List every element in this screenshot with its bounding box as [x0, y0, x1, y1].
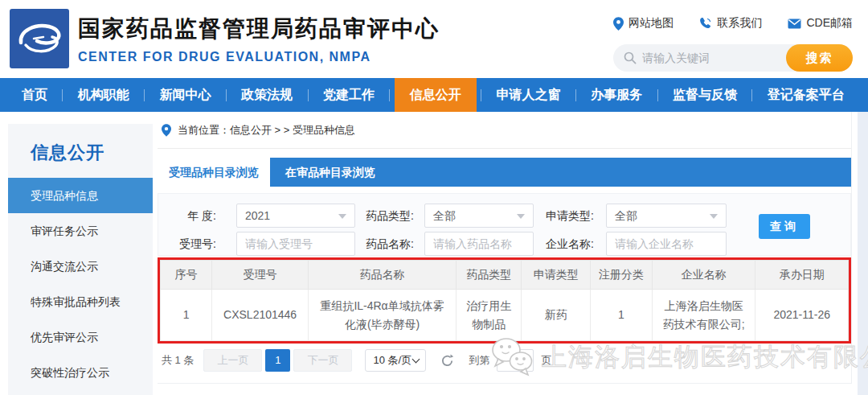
site-subtitle: CENTER FOR DRUG EVALUATION, NMPA — [78, 50, 440, 64]
sidebar: 信息公开 受理品种信息 审评任务公示 沟通交流公示 特殊审批品种列表 优先审评公… — [8, 124, 153, 395]
refresh-button[interactable] — [440, 354, 454, 368]
total-count: 共 1 条 — [162, 353, 194, 368]
page: 国家药品监督管理局药品审评中心 CENTER FOR DRUG EVALUATI… — [0, 0, 868, 395]
col-company: 企业名称 — [653, 261, 755, 290]
breadcrumb-text: 当前位置：信息公开 > > 受理品种信息 — [178, 123, 355, 138]
nav-divider — [62, 89, 63, 101]
map-pin-icon — [613, 17, 624, 31]
col-reg-class: 注册分类 — [590, 261, 652, 290]
site-title: 国家药品监督管理局药品审评中心 — [78, 14, 440, 44]
results-table: 序号 受理号 药品名称 药品类型 申请类型 注册分类 企业名称 承办日期 1 — [160, 260, 849, 341]
chevron-down-icon — [338, 214, 346, 219]
nav-item-party[interactable]: 党建工作 — [313, 78, 385, 112]
sidebar-item-breakthrough-therapy[interactable]: 突破性治疗公示 — [8, 355, 153, 390]
page-size-select[interactable]: 10 条/页 — [365, 349, 426, 372]
sidebar-item-communication[interactable]: 沟通交流公示 — [8, 249, 153, 284]
year-label: 年 度: — [162, 204, 216, 228]
col-date: 承办日期 — [755, 261, 849, 290]
pagination: 共 1 条 上一页 1 下一页 10 条/页 到第 页 — [158, 349, 851, 372]
col-drug-type: 药品类型 — [457, 261, 522, 290]
cell-apply-type: 新药 — [522, 290, 591, 341]
chevron-down-icon — [517, 214, 525, 219]
search-bar: 搜索 — [613, 44, 853, 72]
main-panel: 当前位置：信息公开 > > 受理品种信息 受理品种目录浏览 在审品种目录浏览 年… — [158, 112, 852, 384]
cell-seq: 1 — [161, 290, 212, 341]
cde-logo — [10, 9, 69, 68]
nav-item-functions[interactable]: 机构职能 — [68, 78, 140, 112]
mailbox-link[interactable]: CDE邮箱 — [788, 16, 853, 31]
cell-reg-class: 1 — [590, 290, 652, 341]
nav-item-supervision[interactable]: 监督与反馈 — [662, 78, 747, 112]
cell-acceptance-no: CXSL2101446 — [212, 290, 309, 341]
tab-accepted-catalog[interactable]: 受理品种目录浏览 — [158, 158, 270, 187]
next-page-button[interactable]: 下一页 — [293, 349, 352, 372]
table-header-row: 序号 受理号 药品名称 药品类型 申请类型 注册分类 企业名称 承办日期 — [161, 261, 849, 290]
nav-divider — [389, 89, 390, 101]
col-apply-type: 申请类型 — [522, 261, 591, 290]
nav-divider — [751, 89, 752, 101]
drug-type-select[interactable]: 全部 — [424, 204, 534, 228]
search-icon — [624, 51, 637, 64]
highlight-box: 序号 受理号 药品名称 药品类型 申请类型 注册分类 企业名称 承办日期 1 — [158, 257, 851, 344]
apply-type-select-value: 全部 — [615, 209, 637, 222]
sidebar-item-review-tasks[interactable]: 审评任务公示 — [8, 213, 153, 249]
nav-item-info-disclosure[interactable]: 信息公开 — [395, 78, 477, 112]
sidebar-item-accepted-varieties[interactable]: 受理品种信息 — [8, 178, 153, 213]
refresh-icon — [440, 354, 454, 368]
col-drug-name: 药品名称 — [309, 261, 457, 290]
main-nav: 首页 机构职能 新闻中心 政策法规 党建工作 信息公开 申请人之窗 办事服务 监… — [0, 78, 868, 112]
query-button[interactable]: 查询 — [759, 214, 810, 239]
nav-divider — [308, 89, 309, 101]
search-button[interactable]: 搜索 — [786, 44, 853, 72]
sitemap-link[interactable]: 网站地图 — [613, 16, 674, 31]
sidebar-item-priority-review[interactable]: 优先审评公示 — [8, 319, 153, 355]
cde-fish-swoosh-icon — [14, 16, 64, 61]
nav-divider — [575, 89, 576, 101]
cell-date: 2021-11-26 — [755, 290, 849, 341]
contact-label: 联系我们 — [717, 16, 762, 31]
chevron-down-icon — [710, 214, 718, 219]
scrollbar-track[interactable] — [858, 112, 868, 395]
sitemap-label: 网站地图 — [628, 16, 674, 31]
col-acceptance-no: 受理号 — [212, 261, 309, 290]
mail-icon — [788, 19, 801, 29]
mailbox-label: CDE邮箱 — [806, 16, 853, 31]
goto-page-suffix: 页 — [541, 353, 551, 368]
cell-drug-type: 治疗用生物制品 — [457, 290, 522, 341]
acceptance-no-input[interactable] — [236, 232, 355, 256]
sidebar-item-three-in-one[interactable]: 三合一序列公示 — [8, 390, 153, 395]
nav-item-applicant[interactable]: 申请人之窗 — [486, 78, 571, 112]
drug-name-label: 药品名称: — [359, 232, 414, 256]
nav-divider — [481, 89, 481, 101]
acceptance-no-label: 受理号: — [162, 232, 216, 256]
year-select-value: 2021 — [245, 209, 270, 222]
sidebar-item-special-approval[interactable]: 特殊审批品种列表 — [8, 284, 153, 319]
table-row: 1 CXSL2101446 重组抗IL-4Rα单域抗体雾化液(毕赤酵母) 治疗用… — [161, 290, 849, 341]
contact-link[interactable]: 联系我们 — [699, 16, 762, 31]
nav-item-services[interactable]: 办事服务 — [580, 78, 653, 112]
tab-bar: 受理品种目录浏览 在审品种目录浏览 — [158, 158, 851, 187]
drug-name-input[interactable] — [424, 232, 534, 256]
phone-icon — [699, 17, 712, 30]
nav-item-registration-platform[interactable]: 登记备案平台 — [757, 78, 855, 112]
tab-under-review-catalog[interactable]: 在审品种目录浏览 — [270, 158, 391, 187]
apply-type-select[interactable]: 全部 — [606, 204, 727, 228]
sidebar-title: 信息公开 — [8, 124, 153, 178]
goto-page-input[interactable] — [497, 349, 534, 372]
year-select[interactable]: 2021 — [236, 204, 355, 228]
nav-item-news[interactable]: 新闻中心 — [149, 78, 222, 112]
filter-panel: 年 度: 2021 药品类型: 全部 申请类型: 全部 受理号: 药品名称: — [158, 193, 851, 256]
nav-divider — [226, 89, 227, 101]
nav-item-policies[interactable]: 政策法规 — [231, 78, 303, 112]
goto-page-label: 到第 — [469, 353, 489, 368]
prev-page-button[interactable]: 上一页 — [203, 349, 262, 372]
current-page-button[interactable]: 1 — [265, 349, 290, 372]
nav-item-home[interactable]: 首页 — [11, 78, 58, 112]
company-name-input[interactable] — [606, 232, 727, 256]
chevron-down-icon — [412, 356, 420, 364]
title-block: 国家药品监督管理局药品审评中心 CENTER FOR DRUG EVALUATI… — [78, 14, 440, 64]
search-input[interactable] — [642, 45, 791, 71]
top-links: 网站地图 联系我们 CDE邮箱 — [613, 16, 853, 31]
drug-type-select-value: 全部 — [433, 209, 456, 222]
cell-company: 上海洛启生物医药技术有限公司; — [653, 290, 755, 341]
